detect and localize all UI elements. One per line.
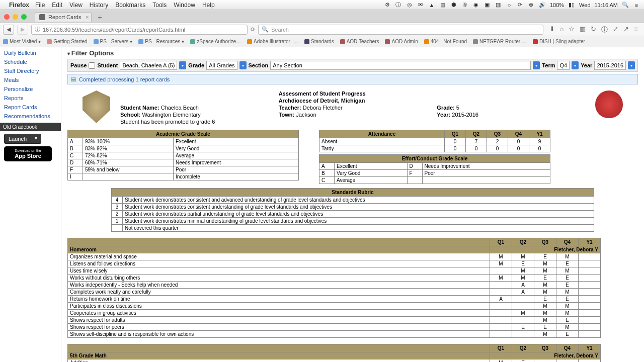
library-icon[interactable]: ▥ (580, 25, 586, 34)
bookmark-icon[interactable]: ☆ (569, 25, 575, 34)
report-title: Assessment of Student Progress (279, 90, 366, 97)
dropdown-icon[interactable]: ▾ (533, 61, 540, 69)
status-icon[interactable]: ◎ (406, 2, 413, 8)
launch-dropdown[interactable]: ▼ (31, 134, 41, 144)
bookmark-item[interactable]: AOD Teachers (340, 39, 379, 44)
search-field[interactable]: 🔍 Search (258, 25, 543, 35)
mac-menubar: Firefox File Edit View History Bookmarks… (0, 0, 644, 10)
hamburger-icon[interactable]: ≡ (634, 25, 638, 34)
status-icon[interactable]: ▥ (495, 2, 502, 8)
search-icon[interactable]: 🔍 (622, 2, 629, 8)
report-subtitle: Archdiocese of Detroit, Michigan (279, 98, 365, 104)
dropdown-icon[interactable]: ▾ (239, 61, 247, 69)
menu-view[interactable]: View (69, 2, 83, 9)
clock-time[interactable]: 11:16 AM (595, 2, 618, 8)
year-label: Year (581, 62, 592, 68)
pause-checkbox[interactable] (89, 62, 95, 69)
favicon-icon (39, 14, 45, 20)
bookmark-item[interactable]: PS - Servers▾ (94, 39, 133, 44)
year-select[interactable]: 2015-2016 (594, 61, 626, 70)
bookmark-item[interactable]: NETGEAR Router … (473, 39, 527, 44)
search-placeholder: Search (271, 27, 289, 33)
bookmark-item[interactable]: DISH | Sling adapter (533, 39, 585, 44)
status-icon[interactable]: ⬢ (450, 2, 457, 8)
address-field[interactable]: ⓘ 167.206.30.59/teachers/aod/reportCards… (31, 25, 248, 35)
launch-button[interactable]: Launch (4, 134, 31, 144)
menu-window[interactable]: Window (174, 2, 195, 9)
downloads-icon[interactable]: ⬇ (549, 25, 555, 34)
url-text: 167.206.30.59/teachers/aod/reportCards/r… (43, 27, 185, 33)
status-icon[interactable]: ▣ (484, 2, 491, 8)
sidebar-item[interactable]: Personalize (0, 84, 61, 94)
appstore-badge[interactable]: Download on the App Store (4, 146, 52, 161)
menu-tools[interactable]: Tools (152, 2, 167, 9)
status-message: ▤ Completed processing 1 report cards (67, 74, 638, 84)
reload-icon[interactable]: ⟳ (251, 26, 255, 33)
checklist-icon: ▤ (71, 76, 76, 82)
sidebar-item-active[interactable]: Report Cards (0, 103, 61, 112)
back-button[interactable]: ◀ (3, 25, 14, 35)
app-name: Firefox (9, 2, 29, 9)
sidebar-item[interactable]: Recommendations (0, 112, 61, 121)
bookmark-item[interactable]: Adobe Illustrator -… (247, 39, 298, 44)
bookmark-item[interactable]: Getting Started (47, 39, 87, 44)
dropdown-icon[interactable]: ▾ (179, 61, 186, 69)
sidebar-item[interactable]: Daily Bulletin (0, 48, 61, 57)
grade-select[interactable]: All Grades (206, 61, 237, 70)
new-tab-button[interactable]: + (95, 13, 105, 21)
bookmark-item[interactable]: AOD Admin (385, 39, 418, 44)
wifi-icon[interactable]: ⊚ (528, 2, 535, 8)
status-icon[interactable]: ▤ (439, 2, 446, 8)
fullscreen-icon[interactable]: ⤢ (613, 25, 618, 34)
menu-bookmarks[interactable]: Bookmarks (115, 2, 145, 9)
status-icon[interactable]: ⟳ (517, 2, 524, 8)
volume-icon[interactable]: 🔊 (539, 2, 546, 8)
minimize-window-icon[interactable] (13, 14, 18, 20)
bookmark-item[interactable]: PS - Resources▾ (138, 39, 184, 44)
menu-help[interactable]: Help (202, 2, 215, 9)
close-tab-icon[interactable]: × (86, 14, 89, 20)
info-icon[interactable]: ⓘ (601, 25, 608, 34)
dropdown-icon[interactable]: ▾ (628, 61, 635, 69)
dropdown-icon[interactable]: ▾ (572, 61, 579, 69)
bookmark-item[interactable]: zSpace Authorize… (190, 39, 241, 44)
clock-day[interactable]: Wed (579, 2, 590, 8)
close-window-icon[interactable] (4, 14, 10, 20)
browser-tab[interactable]: Report Cards × (35, 12, 92, 22)
sidebar-item[interactable]: Meals (0, 75, 61, 84)
sync-icon[interactable]: ↻ (591, 25, 596, 34)
status-icon[interactable]: ○ (506, 2, 513, 8)
status-icon[interactable]: ⓘ (395, 1, 402, 9)
sidebar: Daily Bulletin Schedule Staff Directory … (0, 47, 61, 362)
status-icon[interactable]: ▲ (428, 2, 435, 8)
bookmark-item[interactable]: Most Visited▾ (3, 39, 41, 44)
bookmark-item[interactable]: 404 - Not Found (424, 39, 467, 44)
status-icon[interactable]: ✉ (417, 2, 424, 8)
battery-icon[interactable]: ▮▯ (568, 2, 575, 8)
zoom-window-icon[interactable] (21, 14, 27, 20)
sidebar-item[interactable]: Reports (0, 94, 61, 103)
status-icon[interactable]: ◉ (472, 2, 479, 8)
grades-table: Q1Q2Q3Q4Y1HomeroomFletcher, Debora YOrga… (67, 238, 601, 338)
search-icon: 🔍 (262, 26, 269, 33)
globe-icon: ⓘ (35, 26, 40, 33)
student-select[interactable]: Beach, Chaelea A (5) (120, 61, 177, 70)
status-icon[interactable]: ⚙ (384, 2, 391, 8)
share-icon[interactable]: ↗ (623, 25, 629, 34)
menu-icon[interactable]: ≡ (633, 2, 640, 8)
menu-file[interactable]: File (35, 2, 45, 9)
home-icon[interactable]: ⌂ (560, 25, 564, 34)
section-select[interactable]: Any Section (270, 61, 531, 70)
menu-edit[interactable]: Edit (52, 2, 62, 9)
sidebar-item[interactable]: Staff Directory (0, 66, 61, 75)
bookmark-item[interactable]: Standards (304, 39, 334, 44)
status-icon[interactable]: ⑤ (461, 2, 468, 8)
battery-pct: 100% (550, 2, 564, 8)
main-content: Filter Options Pause Student Beach, Chae… (61, 47, 644, 362)
grade-scale-table: Academic Grade Scale A93%-100%ExcellentB… (67, 130, 299, 180)
filter-header[interactable]: Filter Options (67, 47, 638, 59)
sidebar-item[interactable]: Schedule (0, 57, 61, 66)
forward-button[interactable]: ▶ (17, 25, 28, 35)
term-select[interactable]: Q4 (557, 61, 570, 70)
menu-history[interactable]: History (90, 2, 108, 9)
